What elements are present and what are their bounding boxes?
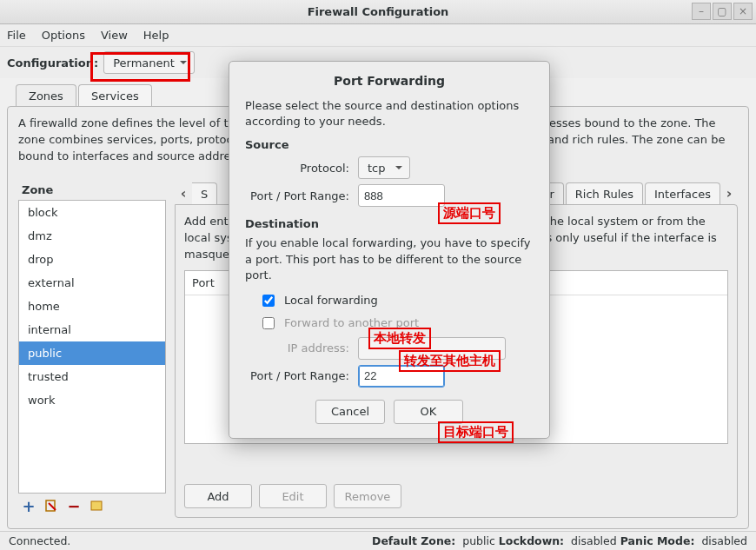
zone-item[interactable]: dmz (19, 224, 165, 248)
dialog-intro: Please select the source and destination… (245, 98, 534, 129)
remove-zone-icon[interactable]: − (67, 499, 81, 513)
tab-services[interactable]: Services (78, 84, 152, 107)
tabs-scroll-right[interactable]: › (720, 182, 738, 204)
dst-port-label: Port / Port Range: (245, 369, 358, 382)
protocol-label: Protocol: (245, 162, 358, 175)
zone-item[interactable]: block (19, 201, 165, 224)
local-forwarding-checkbox[interactable]: Local forwarding (259, 292, 534, 309)
zone-item[interactable]: external (19, 271, 165, 295)
forward-other-check[interactable] (262, 317, 275, 329)
edit-zone-icon[interactable] (44, 499, 58, 513)
add-button[interactable]: Add (184, 484, 252, 508)
ok-button[interactable]: OK (394, 400, 463, 424)
menu-file[interactable]: File (7, 29, 26, 42)
zone-item[interactable]: work (19, 388, 165, 412)
zone-item[interactable]: internal (19, 318, 165, 341)
status-connection: Connected. (9, 534, 70, 547)
dialog-title: Port Forwarding (245, 74, 534, 88)
titlebar: Firewall Configuration – ▢ × (0, 0, 756, 24)
config-tab-partial-left[interactable]: S (192, 182, 217, 204)
annotation-fwd-other: 转发至其他主机 (399, 350, 501, 372)
remove-button[interactable]: Remove (334, 484, 401, 508)
svg-rect-1 (91, 501, 102, 510)
annotation-dst-port: 目标端口号 (438, 421, 514, 443)
zone-toolbar: + − (18, 494, 166, 518)
configuration-dropdown[interactable]: Permanent (103, 51, 195, 74)
status-pm-value: disabled (701, 534, 747, 547)
annotation-src-port: 源端口号 (438, 202, 501, 224)
source-section-header: Source (245, 138, 534, 151)
statusbar: Connected. Default Zone: public Lockdown… (0, 531, 756, 550)
protocol-dropdown[interactable]: tcp (358, 156, 410, 179)
protocol-value: tcp (368, 162, 386, 175)
tabs-scroll-left[interactable]: ‹ (175, 182, 192, 204)
window-controls: – ▢ × (690, 3, 753, 20)
zone-item[interactable]: home (19, 295, 165, 318)
maximize-button[interactable]: ▢ (713, 3, 732, 20)
local-forwarding-check[interactable] (262, 295, 275, 307)
menu-options[interactable]: Options (42, 29, 85, 42)
src-port-label: Port / Port Range: (245, 189, 358, 202)
ip-address-label: IP address: (245, 341, 358, 355)
zone-list[interactable]: block dmz drop external home internal pu… (18, 200, 166, 494)
local-forwarding-label: Local forwarding (284, 294, 378, 307)
configuration-value: Permanent (113, 56, 175, 70)
zone-header: Zone (18, 182, 166, 200)
zone-item[interactable]: drop (19, 248, 165, 271)
status-pm-label: Panic Mode: (620, 534, 695, 547)
edit-button[interactable]: Edit (259, 484, 327, 508)
menu-help[interactable]: Help (143, 29, 169, 42)
status-right: Default Zone: public Lockdown: disabled … (372, 534, 747, 547)
close-button[interactable]: × (733, 3, 753, 20)
config-tab-rich-rules[interactable]: Rich Rules (566, 182, 643, 204)
annotation-local-fwd: 本地转发 (368, 328, 431, 349)
port-forwarding-dialog: Port Forwarding Please select the source… (229, 61, 550, 439)
zone-item-selected[interactable]: public (19, 341, 165, 365)
zone-item[interactable]: trusted (19, 365, 165, 388)
destination-help: If you enable local forwarding, you have… (245, 235, 534, 283)
menu-view[interactable]: View (101, 29, 128, 42)
config-tab-interfaces[interactable]: Interfaces (645, 182, 720, 204)
window-title: Firewall Configuration (308, 5, 449, 18)
cancel-button[interactable]: Cancel (315, 400, 385, 424)
configuration-label: Configuration: (7, 56, 98, 70)
defaults-zone-icon[interactable] (90, 499, 103, 513)
src-port-input[interactable] (358, 184, 445, 207)
add-zone-icon[interactable]: + (22, 499, 36, 513)
zone-column: Zone block dmz drop external home intern… (18, 182, 166, 518)
status-dz-label: Default Zone: (372, 534, 455, 547)
status-ld-value: disabled (571, 534, 617, 547)
tab-zones[interactable]: Zones (16, 84, 76, 107)
menubar: File Options View Help (0, 24, 756, 47)
status-dz-value: public (462, 534, 495, 547)
status-ld-label: Lockdown: (499, 534, 564, 547)
minimize-button[interactable]: – (692, 3, 711, 20)
